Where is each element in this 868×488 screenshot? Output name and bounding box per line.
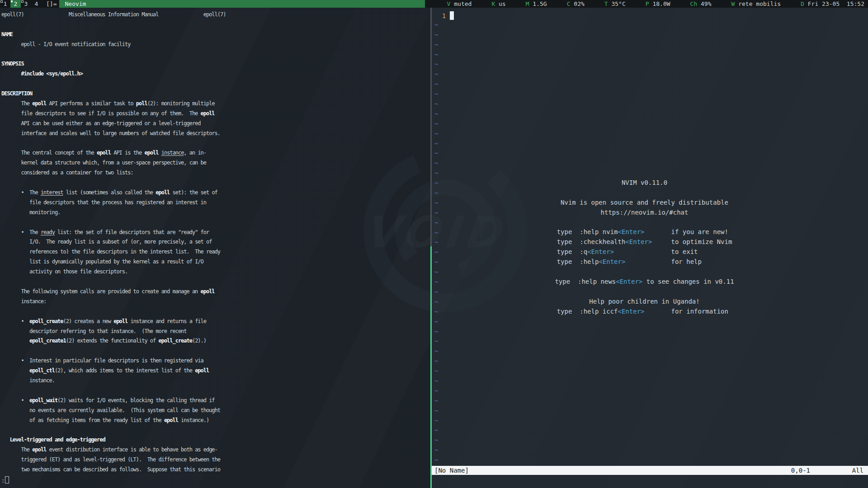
empty-line-tilde: ~	[434, 31, 868, 41]
man-page-line: epoll - I/O event notification facility	[1, 41, 430, 51]
splash-line: type :help<Enter> for help	[432, 258, 857, 268]
splash-line: type :help iccf<Enter> for information	[432, 308, 857, 318]
man-page-line: instance:	[1, 298, 430, 308]
neovim-window[interactable]: 1 ~~~~~~~~~~~~~~~~~~~~~~~~~~~~~~~~~~~~~~…	[432, 8, 868, 488]
empty-line-tilde: ~	[434, 160, 868, 169]
splash-line: https://neovim.io/#chat	[432, 209, 857, 219]
empty-line-tilde: ~	[434, 80, 868, 90]
splash-line	[432, 219, 857, 229]
man-page-line: no events are currently available. (This…	[1, 407, 430, 417]
tag-client-indicator	[21, 0, 24, 3]
man-page-line	[1, 427, 430, 436]
man-page-line: • The ready list: the set of file descri…	[1, 229, 430, 239]
empty-line-tilde: ~	[434, 100, 868, 110]
empty-line-tilde: ~	[434, 110, 868, 120]
man-page-line	[1, 51, 430, 61]
empty-line-tilde: ~	[434, 51, 868, 61]
line-number: 1	[434, 12, 450, 19]
status-item-d: D Fri 23-05 15:52	[801, 0, 864, 8]
empty-line-tilde: ~	[434, 397, 868, 407]
empty-line-tilde: ~	[434, 70, 868, 80]
layout-symbol[interactable]: []=	[43, 0, 59, 8]
empty-line-tilde: ~	[434, 446, 868, 456]
splash-line: Help poor children in Uganda!	[432, 298, 857, 308]
pager-prompt: :	[1, 478, 5, 484]
empty-line-tilde: ~	[434, 436, 868, 446]
man-page-line	[1, 347, 430, 357]
nvim-cursor	[450, 11, 454, 20]
workspace-tag-1[interactable]: 1	[0, 0, 10, 8]
empty-line-tilde: ~	[434, 377, 868, 387]
man-page-line: • Interest in particular file descriptor…	[1, 357, 430, 367]
workspace-tag-4[interactable]: 4	[31, 0, 42, 8]
empty-line-tilde: ~	[434, 169, 868, 179]
man-page-line: epoll(7) Miscellaneous Information Manua…	[1, 11, 430, 21]
empty-line-tilde: ~	[434, 150, 868, 160]
man-page-line: DESCRIPTION	[1, 90, 430, 100]
man-page-line: API can be used either as an edge-trigge…	[1, 120, 430, 130]
status-item-t: T 35°C	[604, 0, 626, 8]
splash-line: type :checkhealth<Enter> to optimize Nvi…	[432, 238, 857, 248]
splash-line: type :help nvim<Enter> if you are new!	[432, 228, 857, 238]
system-status-area: V mutedK usM 1.5GC 02%T 35°CP 18.0WCh 49…	[425, 0, 868, 8]
empty-line-tilde: ~	[434, 120, 868, 130]
empty-line-tilde: ~	[434, 387, 868, 397]
empty-line-tilde: ~	[434, 347, 868, 357]
man-page-line: triggered (ET) and as level-triggered (L…	[1, 456, 430, 466]
man-page-line: The central concept of the epoll API is …	[1, 150, 430, 160]
man-page-line: #include <sys/epoll.h>	[1, 70, 430, 80]
empty-line-tilde: ~	[434, 140, 868, 150]
terminal-man-page-window[interactable]: epoll(7) Miscellaneous Information Manua…	[0, 8, 430, 488]
man-page-line: activity on those file descriptors.	[1, 268, 430, 278]
splash-line: NVIM v0.11.0	[432, 179, 857, 189]
status-item-m: M 1.5G	[526, 0, 547, 8]
empty-line-tilde: ~	[434, 41, 868, 51]
man-page-line	[1, 308, 430, 318]
man-page-line: epoll_ctl(2), which adds items to the in…	[1, 367, 430, 377]
man-page-line	[1, 219, 430, 229]
man-page-line: kernel data structure which, from a user…	[1, 160, 430, 169]
man-page-line: descriptor referring to that instance. (…	[1, 328, 430, 338]
empty-line-tilde: ~	[434, 417, 868, 427]
status-item-v: V muted	[447, 0, 472, 8]
empty-line-tilde: ~	[434, 427, 868, 436]
man-page-line	[1, 278, 430, 288]
man-page-line: • epoll_create(2) creates a new epoll in…	[1, 318, 430, 328]
man-page-line: monitoring.	[1, 209, 430, 219]
statusline-ruler: 0,0-1	[791, 466, 810, 475]
status-item-p: P 18.0W	[646, 0, 670, 8]
dwm-status-bar: 1234 []= Neovim V mutedK usM 1.5GC 02%T …	[0, 0, 868, 8]
pager-prompt-line[interactable]: :	[1, 476, 430, 486]
workspace-tags: 1234	[0, 0, 42, 8]
empty-line-tilde: ~	[434, 21, 868, 31]
empty-line-tilde: ~	[434, 130, 868, 140]
workspace-tag-3[interactable]: 3	[21, 0, 31, 8]
empty-line-tilde: ~	[434, 318, 868, 328]
man-page-line: list is dynamically populated by the ker…	[1, 258, 430, 268]
empty-line-tilde: ~	[434, 407, 868, 417]
man-page-line: epoll_create1(2) extends the functionali…	[1, 338, 430, 347]
splash-line: Nvim is open source and freely distribut…	[432, 199, 857, 209]
man-page-line: The epoll event distribution interface i…	[1, 446, 430, 456]
empty-line-tilde: ~	[434, 357, 868, 367]
man-page-content: epoll(7) Miscellaneous Information Manua…	[1, 11, 430, 476]
splash-line	[432, 288, 857, 298]
status-item-k: K us	[491, 0, 505, 8]
empty-line-tilde: ~	[434, 367, 868, 377]
man-page-line	[1, 80, 430, 90]
workspace-tag-2[interactable]: 2	[10, 0, 21, 8]
splash-line: type :help news<Enter> to see changes in…	[432, 278, 857, 288]
statusline-scroll-position: All	[852, 466, 863, 475]
man-page-line: SYNOPSIS	[1, 61, 430, 70]
empty-line-tilde: ~	[434, 456, 868, 466]
status-item-c: C 02%	[567, 0, 585, 8]
empty-line-tilde: ~	[434, 338, 868, 347]
status-item-w: W rete mobilis	[731, 0, 781, 8]
splash-line: type :q<Enter> to exit	[432, 248, 857, 258]
man-page-line: • The interest list (sometimes also call…	[1, 189, 430, 199]
man-page-line: of as fetching items from the ready list…	[1, 417, 430, 427]
man-page-line: considered as a container for two lists:	[1, 169, 430, 179]
man-page-line	[1, 140, 430, 150]
man-page-line: • epoll_wait(2) waits for I/O events, bl…	[1, 397, 430, 407]
nvim-statusline: [No Name] 0,0-1 All	[432, 466, 868, 475]
